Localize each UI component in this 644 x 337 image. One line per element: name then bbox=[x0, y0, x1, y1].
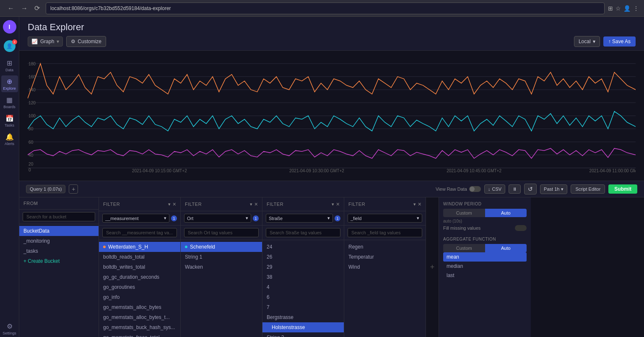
agg-last-option[interactable]: last bbox=[443, 271, 527, 280]
list-item[interactable]: Temperatur bbox=[344, 252, 426, 262]
refresh-button[interactable]: ↺ bbox=[524, 184, 537, 194]
list-item[interactable]: go_memstats_buck_hash_sys... bbox=[99, 322, 180, 332]
field-field-select[interactable]: _field ▾ bbox=[348, 214, 422, 223]
local-button[interactable]: Local ▾ bbox=[574, 36, 600, 47]
page-header: Data Explorer 📈 Graph ▾ ⚙ Customize bbox=[19, 17, 644, 51]
list-item[interactable]: _monitoring bbox=[19, 236, 99, 246]
list-item[interactable]: 6 bbox=[262, 292, 344, 302]
list-item[interactable]: Schenefeld bbox=[181, 242, 262, 252]
sidebar-item-data[interactable]: ⊞ Data bbox=[1, 57, 18, 74]
add-query-button[interactable]: + bbox=[69, 184, 78, 194]
sidebar-item-explore[interactable]: ⊕ Explore bbox=[1, 75, 18, 92]
reload-button[interactable]: ⟳ bbox=[32, 3, 42, 13]
add-filter-button[interactable]: + bbox=[426, 197, 439, 337]
list-item[interactable]: Regen bbox=[344, 242, 426, 252]
list-item[interactable]: 24 bbox=[262, 242, 344, 252]
list-item[interactable]: String 1 bbox=[181, 252, 262, 262]
list-item[interactable]: Wetterdaten_S_H bbox=[99, 242, 180, 252]
list-item[interactable]: 7 bbox=[262, 302, 344, 312]
list-item[interactable]: go_memstats_frees_total bbox=[99, 332, 180, 337]
sidebar-item-tasks[interactable]: 📅 Tasks bbox=[1, 112, 18, 129]
ort-search-input[interactable] bbox=[184, 228, 259, 237]
window-period-section: WINDOW PERIOD Custom Auto auto (10s) Fil… bbox=[443, 202, 527, 231]
chevron-down-icon: ▾ bbox=[250, 202, 253, 207]
measurement-field-select[interactable]: __measurement ▾ bbox=[102, 214, 169, 223]
forward-button[interactable]: → bbox=[18, 3, 30, 13]
filter-field-dropdown: __measurement ▾ 1 bbox=[99, 211, 180, 226]
list-item[interactable]: boltdb_reads_total bbox=[99, 252, 180, 262]
sidebar-item-boards[interactable]: ▦ Boards bbox=[1, 94, 18, 111]
list-item[interactable]: 26 bbox=[262, 252, 344, 262]
settings-icon: ⚙ bbox=[7, 322, 13, 330]
fill-missing-toggle[interactable] bbox=[515, 225, 527, 231]
aggregate-toggle[interactable]: Custom Auto bbox=[443, 244, 527, 252]
field-name: Ort bbox=[187, 216, 193, 221]
chevron-down-icon: ▾ bbox=[417, 215, 419, 221]
viz-type-label: Graph bbox=[40, 39, 54, 44]
sidebar: I 👤 2 ⊞ Data ⊕ Explore ▦ Boards 📅 Tasks … bbox=[0, 17, 19, 337]
submit-button[interactable]: Submit bbox=[608, 184, 637, 194]
field-search-input[interactable] bbox=[348, 228, 422, 237]
pause-button[interactable]: ⏸ bbox=[509, 184, 521, 194]
agg-custom-option[interactable]: Custom bbox=[443, 244, 485, 252]
list-item[interactable]: go_gc_duration_seconds bbox=[99, 272, 180, 282]
script-editor-button[interactable]: Script Editor bbox=[571, 184, 605, 194]
filter-label: Filter bbox=[348, 202, 365, 207]
ort-list: Schenefeld String 1 Wacken bbox=[181, 240, 262, 337]
url-bar[interactable] bbox=[46, 3, 605, 14]
list-item[interactable]: go_memstats_alloc_bytes_t... bbox=[99, 312, 180, 322]
view-raw-label: View Raw Data bbox=[436, 187, 467, 192]
measurement-search-input[interactable] bbox=[102, 228, 177, 237]
browser-star-icon: ☆ bbox=[615, 5, 621, 12]
list-item[interactable]: Holstenstrasse bbox=[262, 322, 344, 332]
ort-field-select[interactable]: Ort ▾ bbox=[184, 214, 251, 223]
time-range-selector[interactable]: Past 1h ▾ bbox=[540, 184, 567, 194]
viz-type-select[interactable]: 📈 Graph ▾ bbox=[28, 36, 63, 47]
list-item[interactable]: boltdb_writes_total bbox=[99, 262, 180, 272]
agg-mean-option[interactable]: mean bbox=[443, 252, 527, 262]
list-item[interactable]: Wacken bbox=[181, 262, 262, 272]
list-item[interactable]: go_memstats_alloc_bytes bbox=[99, 302, 180, 312]
list-item[interactable]: _tasks bbox=[19, 246, 99, 256]
field-list: Regen Temperatur Wind bbox=[344, 240, 426, 337]
chevron-down-icon: ▾ bbox=[164, 215, 166, 221]
list-item[interactable]: go_info bbox=[99, 292, 180, 302]
browser-menu-icon: ⋮ bbox=[633, 5, 639, 12]
list-item[interactable]: 29 bbox=[262, 262, 344, 272]
list-item[interactable]: Wind bbox=[344, 262, 426, 272]
list-item[interactable]: BucketData bbox=[19, 226, 99, 236]
sidebar-item-label: Settings bbox=[3, 331, 16, 335]
list-item[interactable]: Bergstrasse bbox=[262, 312, 344, 322]
filter-close-button[interactable]: × bbox=[336, 201, 340, 207]
strasse-search-input[interactable] bbox=[266, 228, 340, 237]
customize-button[interactable]: ⚙ Customize bbox=[66, 36, 106, 47]
list-item[interactable]: go_goroutines bbox=[99, 282, 180, 292]
list-item[interactable]: 4 bbox=[262, 282, 344, 292]
bucket-search-input[interactable] bbox=[23, 212, 95, 221]
agg-auto-option[interactable]: Auto bbox=[485, 244, 527, 252]
list-item[interactable]: 38 bbox=[262, 272, 344, 282]
csv-button[interactable]: ↓ CSV bbox=[484, 184, 505, 194]
save-as-button[interactable]: ↑ Save As bbox=[603, 36, 636, 47]
window-custom-option[interactable]: Custom bbox=[443, 209, 485, 217]
selected-dot bbox=[103, 246, 106, 248]
ort-filter-badge: 1 bbox=[253, 215, 259, 221]
raw-data-toggle[interactable] bbox=[469, 186, 481, 192]
filter-close-button[interactable]: × bbox=[254, 201, 258, 207]
sidebar-item-settings[interactable]: ⚙ Settings bbox=[1, 320, 18, 337]
agg-median-option[interactable]: median bbox=[443, 262, 527, 271]
filter-close-button[interactable]: × bbox=[418, 201, 421, 207]
back-button[interactable]: ← bbox=[5, 3, 17, 13]
sidebar-item-user[interactable]: 👤 2 bbox=[1, 39, 18, 55]
fill-missing-row: Fill missing values bbox=[443, 225, 527, 231]
list-item[interactable]: + Create Bucket bbox=[19, 256, 99, 266]
query-tag[interactable]: Query 1 (0.07s) bbox=[26, 185, 65, 193]
list-item[interactable]: String 2 bbox=[262, 332, 344, 337]
window-period-toggle[interactable]: Custom Auto bbox=[443, 209, 527, 217]
sidebar-item-alerts[interactable]: 🔔 Alerts bbox=[1, 131, 18, 148]
chart-area: 180 160 140 120 100 80 60 40 20 0 2021-0… bbox=[19, 51, 644, 181]
browser-navigation[interactable]: ← → ⟳ bbox=[5, 3, 42, 13]
window-auto-option[interactable]: Auto bbox=[485, 209, 527, 217]
strasse-field-select[interactable]: Straße ▾ bbox=[266, 214, 333, 223]
filter-close-button[interactable]: × bbox=[173, 201, 176, 207]
